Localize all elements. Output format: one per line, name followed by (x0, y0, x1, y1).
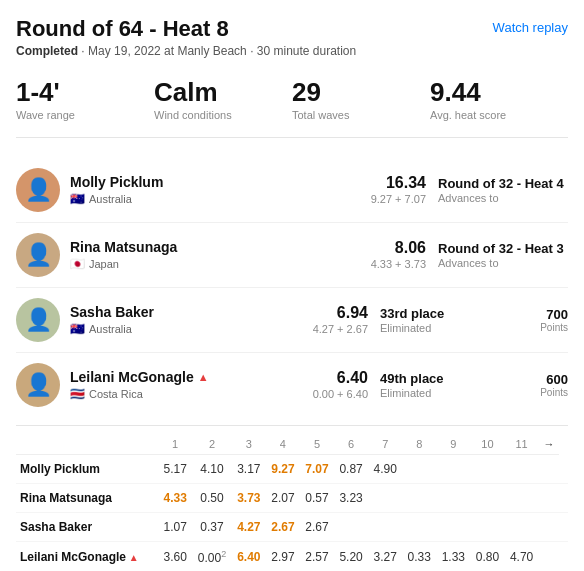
total-score: 6.40 (308, 369, 368, 387)
score-cell: 3.60 (158, 541, 192, 571)
stat-label: Wave range (16, 109, 154, 121)
result-label: Round of 32 - Heat 3 (438, 241, 568, 256)
score-cell: 9.27 (266, 454, 300, 483)
stats-row: 1-4'Wave rangeCalmWind conditions29Total… (16, 78, 568, 138)
country-name: Australia (89, 323, 132, 335)
col-header-2: 2 (192, 434, 232, 455)
total-score: 6.94 (308, 304, 368, 322)
col-header-5: 5 (300, 434, 334, 455)
penalty-marker: 2 (221, 549, 226, 559)
scroll-next-cell (559, 541, 568, 571)
scroll-next-cell (559, 512, 568, 541)
highlighted-score: 2.67 (271, 520, 294, 534)
score-cell: 2.97 (266, 541, 300, 571)
table-row: Rina Matsunaga4.330.503.732.070.573.23 (16, 483, 568, 512)
score-cell (402, 483, 436, 512)
status-badge: Completed (16, 44, 78, 58)
score-cell (436, 512, 470, 541)
highlighted-score: 7.07 (305, 462, 328, 476)
surfer-info: Molly Picklum 🇦🇺 Australia (70, 174, 358, 206)
score-cell (505, 454, 539, 483)
country-name: Australia (89, 193, 132, 205)
stat-item-0: 1-4'Wave range (16, 78, 154, 121)
score-cell (470, 454, 504, 483)
highlighted-score: 9.27 (271, 462, 294, 476)
score-cell: 0.87 (334, 454, 368, 483)
score-cell: 2.07 (266, 483, 300, 512)
score-cell: 3.23 (334, 483, 368, 512)
advances-label: Eliminated (380, 387, 510, 399)
score-cell: 1.33 (436, 541, 470, 571)
col-header-→[interactable]: → (539, 434, 560, 455)
total-score: 16.34 (366, 174, 426, 192)
event-meta: Completed · May 19, 2022 at Manly Beach … (16, 44, 568, 58)
surfers-section: 👤 Molly Picklum 🇦🇺 Australia 16.34 9.27 … (16, 158, 568, 426)
points-value: 700 (518, 307, 568, 322)
surfer-row: 👤 Molly Picklum 🇦🇺 Australia 16.34 9.27 … (16, 158, 568, 223)
points-label: Points (518, 322, 568, 333)
table-row-name: Leilani McGonagle ▲ (16, 541, 158, 571)
col-header-8: 8 (402, 434, 436, 455)
score-block: 6.94 4.27 + 2.67 (308, 304, 368, 335)
table-row: Molly Picklum5.174.103.179.277.070.874.9… (16, 454, 568, 483)
points-label: Points (518, 387, 568, 398)
surfer-row: 👤 Sasha Baker 🇦🇺 Australia 6.94 4.27 + 2… (16, 288, 568, 353)
score-cell: 7.07 (300, 454, 334, 483)
col-header-7: 7 (368, 434, 402, 455)
table-row-name: Rina Matsunaga (16, 483, 158, 512)
col-header-9: 9 (436, 434, 470, 455)
scroll-next-cell (559, 483, 568, 512)
points-value: 600 (518, 372, 568, 387)
score-table: 1234567891011→ Molly Picklum5.174.103.17… (16, 434, 568, 571)
total-score: 8.06 (366, 239, 426, 257)
flag-icon: 🇦🇺 (70, 322, 85, 336)
scroll-next-cell (559, 454, 568, 483)
wave-scores: 4.33 + 3.73 (366, 258, 426, 270)
score-cell (470, 483, 504, 512)
wave-scores: 0.00 + 6.40 (308, 388, 368, 400)
flag-icon: 🇦🇺 (70, 192, 85, 206)
flag-icon: 🇯🇵 (70, 257, 85, 271)
highlighted-score: 4.27 (237, 520, 260, 534)
score-cell: 4.70 (505, 541, 539, 571)
advances-label: Advances to (438, 257, 568, 269)
country-name: Japan (89, 258, 119, 270)
surfer-info: Sasha Baker 🇦🇺 Australia (70, 304, 300, 336)
score-cell: 4.33 (158, 483, 192, 512)
score-cell (402, 512, 436, 541)
table-row: Leilani McGonagle ▲3.600.0026.402.972.57… (16, 541, 568, 571)
score-cell (539, 454, 560, 483)
stat-value: 29 (292, 78, 430, 107)
stat-value: Calm (154, 78, 292, 107)
score-block: 8.06 4.33 + 3.73 (366, 239, 426, 270)
result-block: Round of 32 - Heat 3 Advances to (438, 241, 568, 269)
score-cell (436, 454, 470, 483)
result-label: Round of 32 - Heat 4 (438, 176, 568, 191)
score-cell (334, 512, 368, 541)
table-row-name: Sasha Baker (16, 512, 158, 541)
score-cell (539, 483, 560, 512)
score-cell (402, 454, 436, 483)
stat-label: Avg. heat score (430, 109, 568, 121)
score-cell (505, 483, 539, 512)
score-cell: 2.67 (266, 512, 300, 541)
surfer-row: 👤 Leilani McGonagle ▲ 🇨🇷 Costa Rica 6.40… (16, 353, 568, 417)
score-cell: 0.80 (470, 541, 504, 571)
flag-icon: 🇨🇷 (70, 387, 85, 401)
score-block: 6.40 0.00 + 6.40 (308, 369, 368, 400)
advances-label: Advances to (438, 192, 568, 204)
avatar: 👤 (16, 298, 60, 342)
stat-item-2: 29Total waves (292, 78, 430, 121)
watch-replay-link[interactable]: Watch replay (493, 16, 568, 35)
score-cell (505, 512, 539, 541)
result-block: 33rd place Eliminated (380, 306, 510, 334)
score-cell: 5.17 (158, 454, 192, 483)
highlighted-score: 3.73 (237, 491, 260, 505)
points-block: 600 Points (518, 372, 568, 398)
score-cell: 0.50 (192, 483, 232, 512)
page-title: Round of 64 - Heat 8 (16, 16, 229, 42)
stat-label: Wind conditions (154, 109, 292, 121)
score-cell (470, 512, 504, 541)
result-block: Round of 32 - Heat 4 Advances to (438, 176, 568, 204)
stat-value: 1-4' (16, 78, 154, 107)
